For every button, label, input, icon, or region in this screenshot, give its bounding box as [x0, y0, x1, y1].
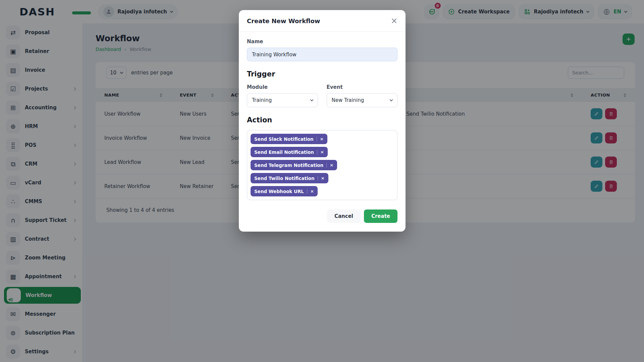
- remove-tag-icon[interactable]: ×: [330, 163, 333, 168]
- trigger-heading: Trigger: [247, 70, 397, 78]
- cancel-button[interactable]: Cancel: [327, 209, 361, 223]
- chevron-down-icon: [310, 98, 313, 101]
- action-tag: Send Slack Notification×: [251, 134, 327, 144]
- remove-tag-icon[interactable]: ×: [321, 176, 325, 181]
- name-label: Name: [247, 39, 397, 45]
- remove-tag-icon[interactable]: ×: [320, 136, 324, 141]
- module-label: Module: [247, 84, 318, 90]
- action-heading: Action: [247, 116, 397, 124]
- module-select[interactable]: Training: [247, 93, 318, 107]
- action-tag: Send Twilio Notification×: [251, 173, 328, 183]
- action-tag: Send Telegram Notification×: [251, 160, 337, 170]
- close-icon[interactable]: ×: [391, 17, 397, 25]
- create-button[interactable]: Create: [364, 209, 397, 223]
- event-label: Event: [327, 84, 398, 90]
- action-tag: Send Webhook URL×: [251, 186, 318, 196]
- remove-tag-icon[interactable]: ×: [320, 149, 324, 155]
- action-tag: Send Email Notification×: [251, 147, 328, 157]
- modal-title: Create New Workflow: [247, 17, 320, 24]
- create-workflow-modal: Create New Workflow × Name Trigger Modul…: [239, 10, 406, 232]
- workflow-name-input[interactable]: [247, 48, 397, 61]
- chevron-down-icon: [390, 98, 393, 101]
- action-multiselect[interactable]: Send Slack Notification× Send Email Noti…: [247, 130, 397, 200]
- remove-tag-icon[interactable]: ×: [310, 189, 314, 194]
- event-select[interactable]: New Training: [327, 93, 398, 107]
